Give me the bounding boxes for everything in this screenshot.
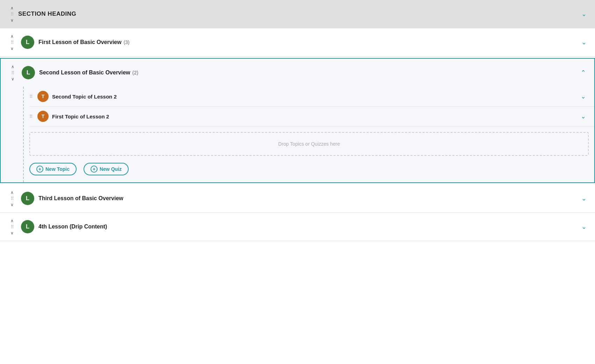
section-heading-title: SECTION HEADING xyxy=(18,10,579,17)
new-quiz-button[interactable]: + New Quiz xyxy=(84,163,129,175)
lesson-4-chevron-btn[interactable]: ⌄ xyxy=(579,221,589,232)
drop-zone[interactable]: Drop Topics or Quizzes here xyxy=(29,132,589,156)
topic-2-drag-handle[interactable]: ⠿ xyxy=(29,94,33,99)
lesson-3: ∧ ⠿ ∨ L Third Lesson of Basic Overview ⌄ xyxy=(0,184,595,212)
new-topic-plus-icon: + xyxy=(36,166,43,173)
section-up-btn[interactable]: ∧ xyxy=(9,5,15,11)
lesson-2-drag-handle[interactable]: ⠿ xyxy=(11,70,14,75)
lesson-2-children-inner: ⠿ T Second Topic of Lesson 2 ⌄ ⠿ T First… xyxy=(23,87,594,182)
lesson-4-avatar: L xyxy=(21,220,34,233)
lesson-2-header: ∧ ⠿ ∨ L Second Lesson of Basic Overview(… xyxy=(1,59,594,87)
topic-1-chevron-btn[interactable]: ⌄ xyxy=(578,111,589,122)
lesson-4: ∧ ⠿ ∨ L 4th Lesson (Drip Content) ⌄ xyxy=(0,213,595,241)
lesson-3-title: Third Lesson of Basic Overview xyxy=(38,195,579,202)
lesson-4-drag-handle[interactable]: ⠿ xyxy=(10,224,14,230)
section-heading-row: ∧ ⠿ ∨ SECTION HEADING ⌄ xyxy=(0,0,595,28)
lesson-1-up-btn[interactable]: ∧ xyxy=(9,34,15,39)
lesson-3-row: ∧ ⠿ ∨ L Third Lesson of Basic Overview ⌄ xyxy=(0,184,595,213)
lesson-1-down-btn[interactable]: ∨ xyxy=(9,46,15,51)
lesson-1-row: ∧ ⠿ ∨ L First Lesson of Basic Overview(3… xyxy=(0,28,595,57)
lesson-1-avatar: L xyxy=(21,36,34,49)
section-controls: ∧ ⠿ ∨ xyxy=(6,5,18,23)
lesson-1: ∧ ⠿ ∨ L First Lesson of Basic Overview(3… xyxy=(0,28,595,56)
topic-2-title: Second Topic of Lesson 2 xyxy=(52,94,578,100)
lesson-4-down-btn[interactable]: ∨ xyxy=(9,230,15,236)
lesson-2-down-btn[interactable]: ∨ xyxy=(10,76,16,82)
lesson-4-controls: ∧ ⠿ ∨ xyxy=(6,218,18,236)
section-chevron-btn[interactable]: ⌄ xyxy=(579,9,589,19)
topic-1-drag-handle[interactable]: ⠿ xyxy=(29,114,33,119)
lesson-1-count: (3) xyxy=(123,39,129,45)
lesson-2-row: ∧ ⠿ ∨ L Second Lesson of Basic Overview(… xyxy=(0,58,595,183)
lesson-4-title: 4th Lesson (Drip Content) xyxy=(38,224,579,230)
lesson-3-controls: ∧ ⠿ ∨ xyxy=(6,190,18,208)
lesson-2-count: (2) xyxy=(132,70,138,75)
lesson-1-chevron-btn[interactable]: ⌄ xyxy=(579,37,589,48)
lesson-2-chevron-btn[interactable]: ⌃ xyxy=(578,67,589,78)
course-list: ∧ ⠿ ∨ SECTION HEADING ⌄ ∧ ⠿ ∨ L First Le… xyxy=(0,0,595,241)
lesson-3-chevron-btn[interactable]: ⌄ xyxy=(579,193,589,204)
lesson-4-up-btn[interactable]: ∧ xyxy=(9,218,15,224)
lesson-3-drag-handle[interactable]: ⠿ xyxy=(10,196,14,201)
add-buttons-row: + New Topic + New Quiz xyxy=(29,159,594,182)
lesson-1-drag-handle[interactable]: ⠿ xyxy=(10,40,14,45)
lesson-2-children: ⠿ T Second Topic of Lesson 2 ⌄ ⠿ T First… xyxy=(1,87,594,182)
topic-1-avatar: T xyxy=(37,111,49,122)
lesson-2-up-btn[interactable]: ∧ xyxy=(10,64,16,70)
lesson-2-controls: ∧ ⠿ ∨ xyxy=(6,64,19,82)
topic-2-avatar: T xyxy=(37,91,49,102)
new-quiz-plus-icon: + xyxy=(91,166,98,173)
lesson-3-down-btn[interactable]: ∨ xyxy=(9,202,15,208)
lesson-4-row: ∧ ⠿ ∨ L 4th Lesson (Drip Content) ⌄ xyxy=(0,213,595,241)
new-topic-button[interactable]: + New Topic xyxy=(29,163,77,175)
lesson-1-controls: ∧ ⠿ ∨ xyxy=(6,34,18,51)
section-row: ∧ ⠿ ∨ SECTION HEADING ⌄ xyxy=(0,0,595,28)
lesson-3-up-btn[interactable]: ∧ xyxy=(9,190,15,195)
lesson-3-avatar: L xyxy=(21,192,34,205)
topic-2-chevron-btn[interactable]: ⌄ xyxy=(578,91,589,102)
topic-1-title: First Topic of Lesson 2 xyxy=(52,114,578,119)
lesson-1-title: First Lesson of Basic Overview(3) xyxy=(38,39,579,45)
lesson-2-avatar: L xyxy=(22,66,35,79)
lesson-2-title: Second Lesson of Basic Overview(2) xyxy=(39,70,578,76)
topic-2-row: ⠿ T Second Topic of Lesson 2 ⌄ xyxy=(29,87,594,107)
topic-1-row: ⠿ T First Topic of Lesson 2 ⌄ xyxy=(29,107,594,126)
section-down-btn[interactable]: ∨ xyxy=(9,17,15,23)
section-drag-handle[interactable]: ⠿ xyxy=(10,12,14,17)
